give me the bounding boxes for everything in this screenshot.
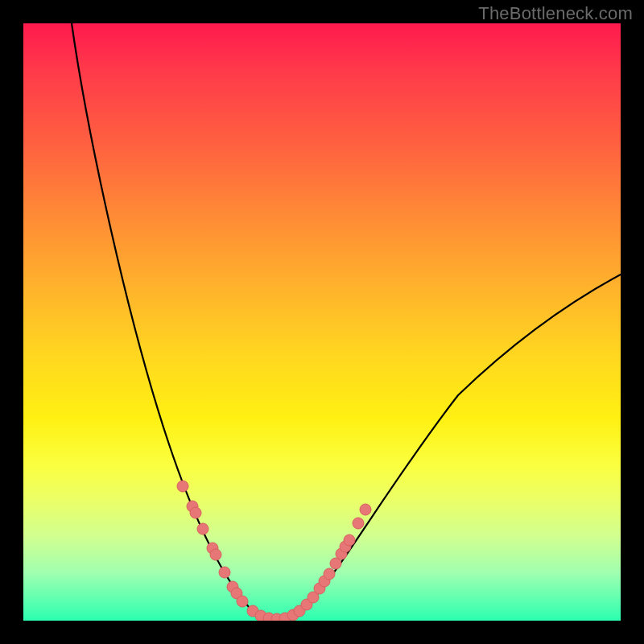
watermark-text: TheBottleneck.com (478, 3, 633, 24)
curve-right-branch (279, 275, 621, 619)
data-marker (324, 568, 335, 580)
data-marker (177, 481, 188, 492)
data-marker (237, 596, 248, 607)
curve-left-branch (72, 23, 279, 619)
data-marker (219, 567, 230, 578)
data-marker (197, 523, 208, 535)
data-marker (353, 518, 364, 529)
marker-group (177, 481, 371, 621)
data-marker (360, 504, 371, 515)
chart-svg (23, 23, 621, 621)
data-marker (210, 549, 221, 560)
plot-area (23, 23, 621, 621)
data-marker (190, 507, 201, 518)
data-marker (344, 535, 355, 546)
